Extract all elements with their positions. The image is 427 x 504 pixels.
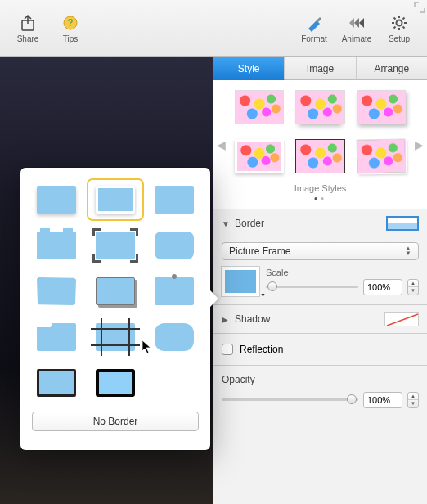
tab-image[interactable]: Image xyxy=(285,57,356,80)
scale-stepper[interactable]: ▲▼ xyxy=(407,279,419,295)
disclosure-triangle-icon: ▶ xyxy=(222,315,230,324)
scale-slider[interactable] xyxy=(266,281,358,293)
svg-line-8 xyxy=(394,18,396,20)
tab-arrange[interactable]: Arrange xyxy=(357,57,427,80)
border-type-value: Picture Frame xyxy=(229,245,290,257)
toolbar: Share ? Tips Format Animate xyxy=(0,0,427,57)
svg-line-11 xyxy=(403,18,405,20)
shadow-header[interactable]: ▶ Shadow xyxy=(214,305,427,333)
svg-line-9 xyxy=(403,27,405,29)
styles-prev-icon[interactable]: ◀ xyxy=(217,138,226,151)
app-window: Share ? Tips Format Animate xyxy=(0,0,427,504)
shadow-preview-swatch[interactable] xyxy=(384,312,419,326)
border-header[interactable]: ▼ Border xyxy=(214,209,427,237)
scale-label: Scale xyxy=(266,268,419,277)
style-option-6[interactable] xyxy=(356,138,406,173)
chevron-down-icon: ▼ xyxy=(260,292,266,298)
styles-next-icon[interactable]: ▶ xyxy=(415,138,424,151)
maximize-icon[interactable] xyxy=(414,2,425,16)
border-option-torn[interactable] xyxy=(32,274,81,308)
style-option-4[interactable] xyxy=(235,139,284,173)
border-preview-swatch[interactable] xyxy=(386,216,419,231)
shadow-title: Shadow xyxy=(235,313,270,325)
border-option-folder[interactable] xyxy=(32,320,81,354)
image-styles-label: Image Styles xyxy=(218,183,422,193)
tab-style[interactable]: Style xyxy=(214,57,285,80)
animate-icon xyxy=(347,13,366,33)
inspector: Style Image Arrange ◀ ▶ Image Styles ●● xyxy=(213,57,427,504)
format-icon xyxy=(304,13,324,33)
svg-point-3 xyxy=(397,20,402,26)
border-option-pin[interactable] xyxy=(150,274,199,308)
border-picker-popover: No Border xyxy=(20,168,210,450)
border-option-rounded[interactable] xyxy=(150,228,199,263)
share-button[interactable]: Share xyxy=(7,13,49,43)
no-border-button[interactable]: No Border xyxy=(32,412,199,431)
format-button[interactable]: Format xyxy=(293,13,335,43)
animate-label: Animate xyxy=(342,34,372,43)
tips-icon: ? xyxy=(61,13,80,33)
border-title: Border xyxy=(235,218,264,229)
opacity-slider[interactable] xyxy=(222,394,358,406)
border-section: ▼ Border Picture Frame ▲▼ ▼ xyxy=(214,209,427,305)
border-option-shadow-box[interactable] xyxy=(91,274,140,308)
shadow-section: ▶ Shadow xyxy=(214,305,427,334)
style-option-3[interactable] xyxy=(357,90,406,124)
image-styles-section: ◀ ▶ Image Styles ●● xyxy=(214,80,427,209)
style-option-5[interactable] xyxy=(295,139,344,173)
setup-button[interactable]: Setup xyxy=(378,13,420,43)
tips-button[interactable]: ? Tips xyxy=(49,13,92,43)
reflection-label: Reflection xyxy=(240,344,283,355)
scale-value-field[interactable]: 100% xyxy=(363,279,402,295)
border-option-white-frame[interactable] xyxy=(91,182,140,217)
border-option-plain[interactable] xyxy=(150,182,199,217)
inspector-tabs: Style Image Arrange xyxy=(214,57,427,80)
gear-icon xyxy=(389,13,409,33)
border-option-tabs[interactable] xyxy=(32,228,81,263)
tips-label: Tips xyxy=(63,34,79,43)
border-option-thick-black[interactable] xyxy=(32,366,81,400)
border-option-corners[interactable] xyxy=(91,228,140,263)
styles-page-dots[interactable]: ●● xyxy=(218,195,422,202)
disclosure-triangle-icon: ▼ xyxy=(222,219,230,228)
reflection-checkbox[interactable] xyxy=(222,344,233,355)
share-icon xyxy=(18,13,38,33)
share-label: Share xyxy=(17,34,39,43)
animate-button[interactable]: Animate xyxy=(335,13,378,43)
border-type-select[interactable]: Picture Frame ▲▼ xyxy=(222,242,419,260)
svg-text:?: ? xyxy=(67,17,73,29)
select-arrows-icon: ▲▼ xyxy=(405,246,411,255)
svg-line-12 xyxy=(387,314,418,326)
border-option-rough-black[interactable] xyxy=(91,366,140,400)
style-option-1[interactable] xyxy=(235,90,284,124)
svg-line-10 xyxy=(394,27,396,29)
frame-thumbnail-picker[interactable] xyxy=(222,267,259,296)
format-label: Format xyxy=(301,34,327,43)
border-option-shadow[interactable] xyxy=(32,182,81,217)
border-option-crop[interactable] xyxy=(91,320,140,354)
style-option-2[interactable] xyxy=(295,90,344,124)
setup-label: Setup xyxy=(389,34,410,43)
border-option-rounded-large[interactable] xyxy=(150,320,199,354)
